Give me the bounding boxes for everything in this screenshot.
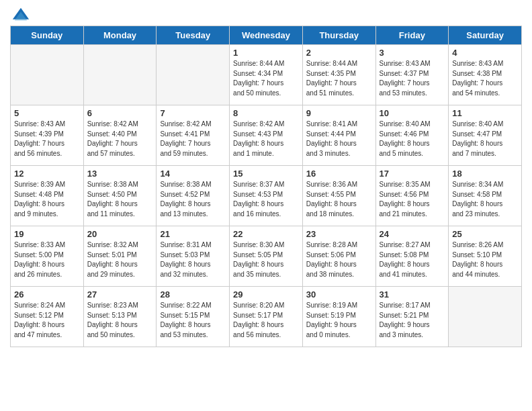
day-number: 12 — [14, 169, 80, 179]
calendar-cell: 24Sunrise: 8:27 AM Sunset: 5:08 PM Dayli… — [375, 226, 449, 287]
day-info: Sunrise: 8:41 AM Sunset: 4:44 PM Dayligh… — [306, 120, 372, 158]
day-number: 18 — [452, 169, 518, 179]
day-number: 14 — [160, 169, 226, 179]
calendar-cell: 16Sunrise: 8:36 AM Sunset: 4:55 PM Dayli… — [302, 166, 375, 226]
day-number: 8 — [233, 108, 299, 118]
calendar-cell: 18Sunrise: 8:34 AM Sunset: 4:58 PM Dayli… — [449, 166, 522, 226]
day-number: 20 — [87, 229, 153, 239]
day-number: 24 — [380, 229, 445, 239]
logo-icon — [11, 7, 30, 26]
calendar-cell: 21Sunrise: 8:31 AM Sunset: 5:03 PM Dayli… — [157, 226, 230, 287]
calendar-cell: 30Sunrise: 8:19 AM Sunset: 5:19 PM Dayli… — [302, 287, 375, 347]
calendar-cell: 28Sunrise: 8:22 AM Sunset: 5:15 PM Dayli… — [157, 287, 230, 347]
calendar-cell: 23Sunrise: 8:28 AM Sunset: 5:06 PM Dayli… — [302, 226, 375, 287]
calendar-cell — [157, 45, 230, 105]
calendar-cell: 11Sunrise: 8:40 AM Sunset: 4:47 PM Dayli… — [449, 105, 522, 166]
calendar-cell: 13Sunrise: 8:38 AM Sunset: 4:50 PM Dayli… — [83, 166, 157, 226]
day-number: 27 — [87, 289, 153, 300]
day-info: Sunrise: 8:30 AM Sunset: 5:05 PM Dayligh… — [233, 240, 299, 279]
day-info: Sunrise: 8:31 AM Sunset: 5:03 PM Dayligh… — [160, 240, 226, 279]
day-info: Sunrise: 8:32 AM Sunset: 5:01 PM Dayligh… — [87, 240, 153, 279]
day-number: 21 — [160, 229, 226, 239]
calendar-week-row: 5Sunrise: 8:43 AM Sunset: 4:39 PM Daylig… — [11, 105, 522, 166]
calendar-cell: 5Sunrise: 8:43 AM Sunset: 4:39 PM Daylig… — [11, 105, 84, 166]
calendar-cell: 19Sunrise: 8:33 AM Sunset: 5:00 PM Dayli… — [11, 226, 84, 287]
weekday-row: SundayMondayTuesdayWednesdayThursdayFrid… — [11, 26, 522, 45]
calendar-body: 1Sunrise: 8:44 AM Sunset: 4:34 PM Daylig… — [11, 45, 522, 347]
day-info: Sunrise: 8:24 AM Sunset: 5:12 PM Dayligh… — [14, 301, 80, 340]
calendar-cell: 14Sunrise: 8:38 AM Sunset: 4:52 PM Dayli… — [157, 166, 230, 226]
day-number: 5 — [14, 108, 80, 118]
calendar-week-row: 12Sunrise: 8:39 AM Sunset: 4:48 PM Dayli… — [11, 166, 522, 226]
day-number: 30 — [306, 289, 372, 300]
day-info: Sunrise: 8:26 AM Sunset: 5:10 PM Dayligh… — [452, 240, 518, 279]
day-number: 9 — [306, 108, 372, 118]
day-number: 26 — [14, 289, 80, 300]
calendar-cell: 1Sunrise: 8:44 AM Sunset: 4:34 PM Daylig… — [230, 45, 303, 105]
day-number: 17 — [380, 169, 445, 179]
day-info: Sunrise: 8:34 AM Sunset: 4:58 PM Dayligh… — [452, 180, 518, 219]
day-number: 6 — [87, 108, 153, 118]
day-number: 22 — [233, 229, 299, 239]
day-number: 28 — [160, 289, 226, 300]
day-number: 13 — [87, 169, 153, 179]
calendar-cell: 15Sunrise: 8:37 AM Sunset: 4:53 PM Dayli… — [230, 166, 303, 226]
day-number: 1 — [233, 48, 299, 58]
day-info: Sunrise: 8:17 AM Sunset: 5:21 PM Dayligh… — [380, 301, 445, 340]
calendar-cell: 8Sunrise: 8:42 AM Sunset: 4:43 PM Daylig… — [230, 105, 303, 166]
calendar-cell — [83, 45, 157, 105]
day-info: Sunrise: 8:38 AM Sunset: 4:50 PM Dayligh… — [87, 180, 153, 219]
day-info: Sunrise: 8:28 AM Sunset: 5:06 PM Dayligh… — [306, 240, 372, 279]
day-number: 3 — [380, 48, 445, 58]
calendar-cell: 3Sunrise: 8:43 AM Sunset: 4:37 PM Daylig… — [375, 45, 449, 105]
day-info: Sunrise: 8:43 AM Sunset: 4:37 PM Dayligh… — [380, 59, 445, 98]
weekday-header: Sunday — [11, 26, 84, 45]
calendar-table: SundayMondayTuesdayWednesdayThursdayFrid… — [10, 26, 522, 347]
day-info: Sunrise: 8:40 AM Sunset: 4:46 PM Dayligh… — [380, 120, 445, 158]
day-number: 15 — [233, 169, 299, 179]
calendar-cell: 6Sunrise: 8:42 AM Sunset: 4:40 PM Daylig… — [83, 105, 157, 166]
logo — [10, 7, 30, 21]
day-info: Sunrise: 8:43 AM Sunset: 4:39 PM Dayligh… — [14, 120, 80, 158]
weekday-header: Friday — [375, 26, 449, 45]
calendar-cell: 26Sunrise: 8:24 AM Sunset: 5:12 PM Dayli… — [11, 287, 84, 347]
day-number: 31 — [380, 289, 445, 300]
calendar-cell: 25Sunrise: 8:26 AM Sunset: 5:10 PM Dayli… — [449, 226, 522, 287]
weekday-header: Monday — [83, 26, 157, 45]
day-info: Sunrise: 8:42 AM Sunset: 4:40 PM Dayligh… — [87, 120, 153, 158]
day-number: 16 — [306, 169, 372, 179]
calendar-cell: 2Sunrise: 8:44 AM Sunset: 4:35 PM Daylig… — [302, 45, 375, 105]
weekday-header: Wednesday — [230, 26, 303, 45]
day-number: 2 — [306, 48, 372, 58]
weekday-header: Tuesday — [157, 26, 230, 45]
day-number: 25 — [452, 229, 518, 239]
calendar-cell — [449, 287, 522, 347]
day-info: Sunrise: 8:27 AM Sunset: 5:08 PM Dayligh… — [380, 240, 445, 279]
calendar-header: SundayMondayTuesdayWednesdayThursdayFrid… — [11, 26, 522, 45]
page-container: SundayMondayTuesdayWednesdayThursdayFrid… — [0, 0, 532, 354]
day-number: 10 — [380, 108, 445, 118]
calendar-cell: 10Sunrise: 8:40 AM Sunset: 4:46 PM Dayli… — [375, 105, 449, 166]
calendar-cell: 4Sunrise: 8:43 AM Sunset: 4:38 PM Daylig… — [449, 45, 522, 105]
calendar-cell: 7Sunrise: 8:42 AM Sunset: 4:41 PM Daylig… — [157, 105, 230, 166]
day-info: Sunrise: 8:20 AM Sunset: 5:17 PM Dayligh… — [233, 301, 299, 340]
calendar-cell: 20Sunrise: 8:32 AM Sunset: 5:01 PM Dayli… — [83, 226, 157, 287]
calendar-week-row: 26Sunrise: 8:24 AM Sunset: 5:12 PM Dayli… — [11, 287, 522, 347]
day-number: 4 — [452, 48, 518, 58]
day-info: Sunrise: 8:36 AM Sunset: 4:55 PM Dayligh… — [306, 180, 372, 219]
calendar-week-row: 1Sunrise: 8:44 AM Sunset: 4:34 PM Daylig… — [11, 45, 522, 105]
header — [10, 7, 522, 21]
day-info: Sunrise: 8:35 AM Sunset: 4:56 PM Dayligh… — [380, 180, 445, 219]
calendar-cell: 22Sunrise: 8:30 AM Sunset: 5:05 PM Dayli… — [230, 226, 303, 287]
day-info: Sunrise: 8:40 AM Sunset: 4:47 PM Dayligh… — [452, 120, 518, 158]
day-info: Sunrise: 8:38 AM Sunset: 4:52 PM Dayligh… — [160, 180, 226, 219]
day-number: 29 — [233, 289, 299, 300]
weekday-header: Thursday — [302, 26, 375, 45]
day-number: 23 — [306, 229, 372, 239]
day-info: Sunrise: 8:37 AM Sunset: 4:53 PM Dayligh… — [233, 180, 299, 219]
weekday-header: Saturday — [449, 26, 522, 45]
day-info: Sunrise: 8:43 AM Sunset: 4:38 PM Dayligh… — [452, 59, 518, 98]
calendar-cell: 31Sunrise: 8:17 AM Sunset: 5:21 PM Dayli… — [375, 287, 449, 347]
day-info: Sunrise: 8:23 AM Sunset: 5:13 PM Dayligh… — [87, 301, 153, 340]
day-info: Sunrise: 8:44 AM Sunset: 4:34 PM Dayligh… — [233, 59, 299, 98]
